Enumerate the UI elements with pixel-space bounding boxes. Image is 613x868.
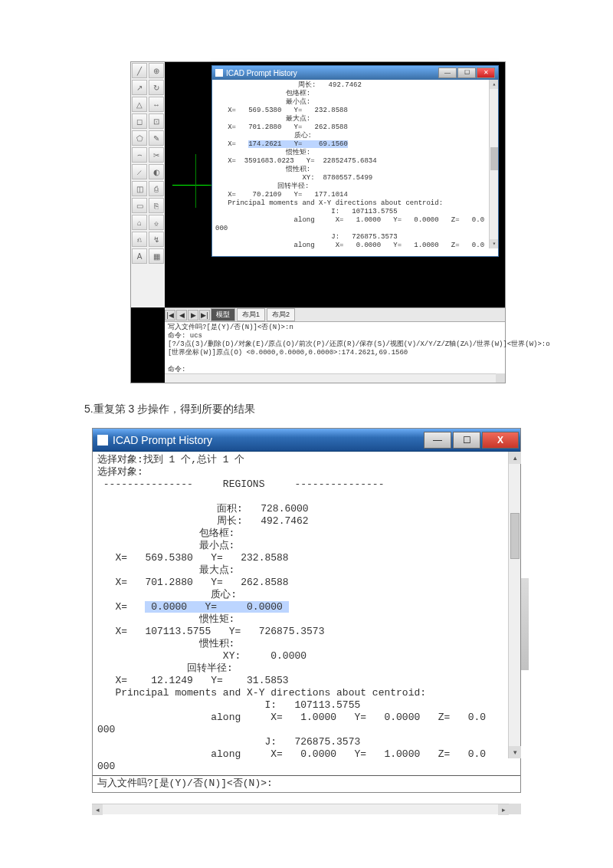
toolbar-icon[interactable]: ⌢: [132, 147, 147, 163]
maximize-button[interactable]: ☐: [457, 67, 476, 78]
toolbar-icon[interactable]: ⌂: [132, 215, 147, 230]
scroll-thumb[interactable]: [510, 513, 520, 559]
app-icon: [215, 69, 223, 77]
toolbar-icon[interactable]: ⊡: [149, 113, 164, 129]
close-button[interactable]: X: [482, 432, 519, 449]
toolbar-icon[interactable]: △: [132, 97, 147, 112]
minimize-button[interactable]: —: [424, 432, 451, 449]
toolbar-col-1: ╱↗△◻⬠⌢⟋◫▭⌂⎌A: [131, 62, 148, 307]
close-button[interactable]: ✕: [477, 67, 495, 78]
scroll-right-button[interactable]: ▸: [498, 804, 509, 815]
toolbar-icon[interactable]: ⎒: [149, 215, 164, 230]
tab-model[interactable]: 模型: [211, 308, 235, 321]
tab-nav-last[interactable]: ▶|: [199, 310, 210, 321]
scroll-down-button[interactable]: ▾: [490, 239, 498, 248]
toolbar-icon[interactable]: ⊕: [149, 63, 164, 78]
tab-nav-first[interactable]: |◀: [165, 310, 175, 321]
scroll-up-button[interactable]: ▴: [509, 452, 521, 464]
toolbar-icon[interactable]: ▭: [132, 198, 147, 213]
prompt-history-window-1: ICAD Prompt History — ☐ ✕ 周长: 492.7462 包…: [211, 65, 499, 257]
prompt-history-body[interactable]: 周长: 492.7462 包络框: 最小点: X= 569.5380 Y= 23…: [212, 80, 498, 248]
background-edge: [521, 578, 529, 670]
tab-layout1[interactable]: 布局1: [237, 308, 265, 321]
toolbar-icon[interactable]: ◻: [132, 113, 147, 129]
window-title: ICAD Prompt History: [113, 434, 212, 446]
toolbar-icon[interactable]: ⎙: [149, 181, 164, 196]
scroll-down-button[interactable]: ▾: [509, 746, 521, 758]
scroll-corner: [509, 804, 521, 814]
tab-layout2[interactable]: 布局2: [267, 308, 295, 321]
toolbar-icon[interactable]: ✂: [149, 147, 164, 163]
toolbar-icon[interactable]: ╱: [132, 63, 147, 78]
layout-tabs: |◀ ◀ ▶ ▶| 模型 布局1 布局2: [165, 307, 505, 321]
tab-nav-next[interactable]: ▶: [188, 310, 198, 321]
toolbar-icon[interactable]: ◫: [132, 181, 147, 196]
window-titlebar[interactable]: ICAD Prompt History — ☐ ✕: [212, 66, 498, 80]
horizontal-scrollbar[interactable]: ◂ ▸: [92, 804, 509, 814]
tab-nav-prev[interactable]: ◀: [176, 310, 187, 321]
toolbar-icon[interactable]: ◐: [149, 164, 164, 179]
toolbar-icon[interactable]: ✎: [149, 130, 164, 146]
scroll-corner: [496, 373, 505, 383]
vertical-scrollbar[interactable]: ▴ ▾: [508, 452, 520, 758]
cad-left-toolbar: ╱↗△◻⬠⌢⟋◫▭⌂⎌A ⊕↻↔⊡✎✂◐⎙⎘⎒↯▦: [131, 62, 165, 307]
scroll-thumb[interactable]: [490, 147, 498, 170]
toolbar-icon[interactable]: ⎌: [132, 232, 147, 247]
maximize-button[interactable]: ☐: [453, 432, 480, 449]
command-input-line[interactable]: 与入文件吗?[是(Y)/否(N)]<否(N)>:: [93, 775, 520, 792]
minimize-button[interactable]: —: [438, 67, 457, 78]
app-icon: [97, 435, 108, 446]
scroll-left-button[interactable]: ◂: [92, 804, 103, 815]
toolbar-icon[interactable]: ⟋: [132, 164, 147, 179]
window-title: ICAD Prompt History: [226, 69, 297, 77]
toolbar-icon[interactable]: ⎘: [149, 198, 164, 213]
toolbar-icon[interactable]: A: [132, 248, 147, 264]
scroll-up-button[interactable]: ▴: [490, 80, 498, 89]
toolbar-icon[interactable]: ↯: [149, 232, 164, 247]
command-line-area[interactable]: 写入文件吗?[是(Y)/否(N)]<否(N)>:n 命令: ucs [?/3点(…: [165, 321, 505, 383]
crosshair-vertical: [195, 154, 196, 208]
prompt-history-window-2: ICAD Prompt History — ☐ X 选择对象:找到 1 个,总计…: [92, 428, 521, 793]
toolbar-icon[interactable]: ↗: [132, 80, 147, 95]
cad-screenshot-1: ╱↗△◻⬠⌢⟋◫▭⌂⎌A ⊕↻↔⊡✎✂◐⎙⎘⎒↯▦ ICAD Prompt Hi…: [130, 61, 506, 383]
toolbar-col-2: ⊕↻↔⊡✎✂◐⎙⎘⎒↯▦: [148, 62, 165, 307]
toolbar-icon[interactable]: ↻: [149, 80, 164, 95]
toolbar-icon[interactable]: ↔: [149, 97, 164, 112]
toolbar-icon[interactable]: ⬠: [132, 130, 147, 146]
window-titlebar[interactable]: ICAD Prompt History — ☐ X: [93, 429, 520, 452]
vertical-scrollbar[interactable]: ▴ ▾: [489, 80, 498, 248]
horizontal-scrollbar[interactable]: [165, 373, 496, 383]
prompt-history-body[interactable]: 选择对象:找到 1 个,总计 1 个 选择对象: ---------------…: [93, 452, 520, 775]
toolbar-icon[interactable]: ▦: [149, 248, 164, 264]
